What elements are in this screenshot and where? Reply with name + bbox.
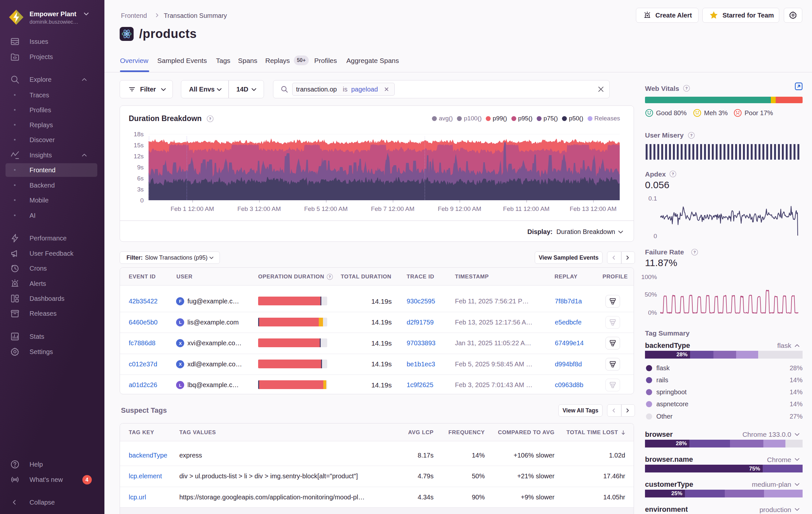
svg-text:?: ? [209, 117, 211, 121]
svg-text:?: ? [694, 250, 696, 254]
svg-text:?: ? [329, 275, 331, 279]
svg-text:?: ? [686, 86, 688, 90]
svg-text:?: ? [690, 133, 693, 137]
svg-text:?: ? [672, 172, 674, 176]
